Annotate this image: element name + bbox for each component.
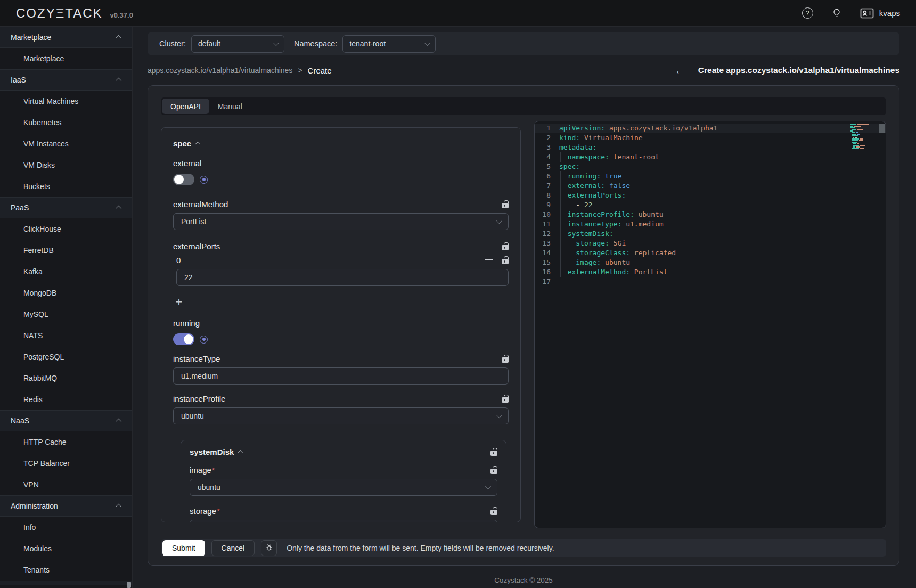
submit-button[interactable]: Submit xyxy=(162,540,205,556)
instanceProfile-select[interactable]: ubuntu xyxy=(173,407,509,424)
running-label: running xyxy=(173,318,200,328)
image-select[interactable]: ubuntu xyxy=(190,479,497,496)
externalPorts-item-input[interactable] xyxy=(176,269,509,286)
user-menu[interactable]: kvaps xyxy=(860,8,900,19)
running-toggle[interactable] xyxy=(173,333,194,345)
unlock-icon[interactable] xyxy=(502,245,509,250)
help-icon[interactable]: ? xyxy=(802,7,813,19)
unlock-icon[interactable] xyxy=(490,451,497,456)
sidebar-item-ferretdb[interactable]: FerretDB xyxy=(0,240,132,261)
unlock-icon[interactable] xyxy=(502,203,509,208)
chevron-up-icon xyxy=(116,35,121,41)
externalPorts-label: externalPorts xyxy=(173,242,220,251)
sidebar-item-buckets[interactable]: Buckets xyxy=(0,176,132,197)
code-line-7: 7external: false xyxy=(535,181,886,191)
sidebar-item-kafka[interactable]: Kafka xyxy=(0,261,132,282)
externalMethod-select[interactable]: PortList xyxy=(173,213,509,230)
unlock-icon[interactable] xyxy=(502,259,509,264)
tab-openapi[interactable]: OpenAPI xyxy=(162,99,209,114)
main-area: Cluster: default Namespace: tenant-root … xyxy=(133,27,916,588)
yaml-editor[interactable]: 1apiVersion: apps.cozystack.io/v1alpha12… xyxy=(534,121,886,528)
sidebar-item-mysql[interactable]: MySQL xyxy=(0,304,132,325)
sidebar-section-marketplace[interactable]: Marketplace xyxy=(0,27,132,48)
sidebar-scrollbar[interactable] xyxy=(127,582,131,588)
image-label: image* xyxy=(190,466,215,475)
sidebar: MarketplaceMarketplaceIaaSVirtual Machin… xyxy=(0,27,133,588)
cluster-label: Cluster: xyxy=(159,39,186,48)
chevron-up-icon xyxy=(116,206,121,211)
sidebar-item-vpn[interactable]: VPN xyxy=(0,474,132,495)
unlock-icon[interactable] xyxy=(502,397,509,403)
unlock-icon[interactable] xyxy=(490,510,497,515)
line-number: 15 xyxy=(535,258,559,267)
editor-scrollbar[interactable] xyxy=(879,124,885,133)
editor-minimap[interactable] xyxy=(850,124,877,151)
chevron-up-icon xyxy=(116,504,121,510)
sidebar-item-rabbitmq[interactable]: RabbitMQ xyxy=(0,368,132,389)
page-title: Create apps.cozystack.io/v1alpha1/virtua… xyxy=(698,66,899,75)
spec-section-toggle[interactable]: spec xyxy=(173,138,509,148)
app-version: v0.37.0 xyxy=(110,11,133,19)
debug-bug-button[interactable] xyxy=(261,540,277,556)
theme-lightbulb-icon[interactable] xyxy=(831,8,842,19)
sidebar-section-paas[interactable]: PaaS xyxy=(0,197,132,218)
sidebar-section-iaas[interactable]: IaaS xyxy=(0,69,132,91)
breadcrumb-resource-link[interactable]: apps.cozystack.io/v1alpha1/virtualmachin… xyxy=(148,66,292,75)
sidebar-item-redis[interactable]: Redis xyxy=(0,389,132,410)
sidebar-item-vm-disks[interactable]: VM Disks xyxy=(0,154,132,176)
chevron-down-icon xyxy=(485,484,491,489)
namespace-label: Namespace: xyxy=(294,39,337,48)
sidebar-item-tcp-balancer[interactable]: TCP Balancer xyxy=(0,453,132,474)
sidebar-item-clickhouse[interactable]: ClickHouse xyxy=(0,218,132,240)
systemDisk-group: systemDisk image* ubuntu xyxy=(181,440,506,522)
line-number: 16 xyxy=(535,267,559,277)
code-line-4: 4namespace: tenant-root xyxy=(535,152,886,162)
sidebar-item-modules[interactable]: Modules xyxy=(0,538,132,559)
sidebar-item-kubernetes[interactable]: Kubernetes xyxy=(0,112,132,133)
sidebar-section-label: Administration xyxy=(11,502,58,510)
line-number: 4 xyxy=(535,152,559,162)
sidebar-item-postgresql[interactable]: PostgreSQL xyxy=(0,346,132,368)
instanceType-input[interactable] xyxy=(173,368,509,385)
code-line-8: 8externalPorts: xyxy=(535,191,886,200)
line-number: 1 xyxy=(535,124,559,133)
code-line-3: 3metadata: xyxy=(535,143,886,152)
line-number: 5 xyxy=(535,162,559,172)
code-line-12: 12systemDisk: xyxy=(535,229,886,239)
storage-input[interactable] xyxy=(190,520,497,522)
instanceType-label: instanceType xyxy=(173,354,220,363)
top-bar: COZYΞTACK v0.37.0 ? kvaps xyxy=(0,0,916,27)
tab-manual[interactable]: Manual xyxy=(209,99,251,114)
code-line-13: 13storage: 5Gi xyxy=(535,239,886,248)
reset-field-icon[interactable] xyxy=(200,176,208,184)
sidebar-item-mongodb[interactable]: MongoDB xyxy=(0,282,132,304)
storage-label: storage* xyxy=(190,507,220,516)
sidebar-item-virtual-machines[interactable]: Virtual Machines xyxy=(0,91,132,112)
unlock-icon[interactable] xyxy=(490,469,497,474)
sidebar-item-tenants[interactable]: Tenants xyxy=(0,559,132,581)
sidebar-item-nats[interactable]: NATS xyxy=(0,325,132,346)
chevron-down-icon xyxy=(273,40,279,46)
sidebar-item-info[interactable]: Info xyxy=(0,517,132,538)
sidebar-section-administration[interactable]: Administration xyxy=(0,495,132,517)
instanceProfile-label: instanceProfile xyxy=(173,394,225,403)
external-label: external xyxy=(173,159,201,168)
sidebar-item-vm-instances[interactable]: VM Instances xyxy=(0,133,132,154)
reset-field-icon[interactable] xyxy=(200,336,208,344)
add-port-button[interactable]: + xyxy=(173,297,185,308)
cluster-select[interactable]: default xyxy=(191,35,284,53)
systemDisk-section-toggle[interactable]: systemDisk xyxy=(190,447,243,456)
line-number: 11 xyxy=(535,219,559,229)
remove-port-button[interactable] xyxy=(485,259,493,260)
sidebar-item-http-cache[interactable]: HTTP Cache xyxy=(0,431,132,453)
back-arrow-icon[interactable]: ← xyxy=(675,65,685,76)
action-bar: Submit Cancel Only the data from the for… xyxy=(161,539,886,557)
sidebar-section-naas[interactable]: NaaS xyxy=(0,410,132,431)
line-number: 7 xyxy=(535,181,559,191)
namespace-select[interactable]: tenant-root xyxy=(342,35,436,53)
cancel-button[interactable]: Cancel xyxy=(211,540,255,556)
line-number: 17 xyxy=(535,277,559,287)
sidebar-item-marketplace[interactable]: Marketplace xyxy=(0,48,132,69)
external-toggle[interactable] xyxy=(173,174,194,185)
unlock-icon[interactable] xyxy=(502,357,509,363)
